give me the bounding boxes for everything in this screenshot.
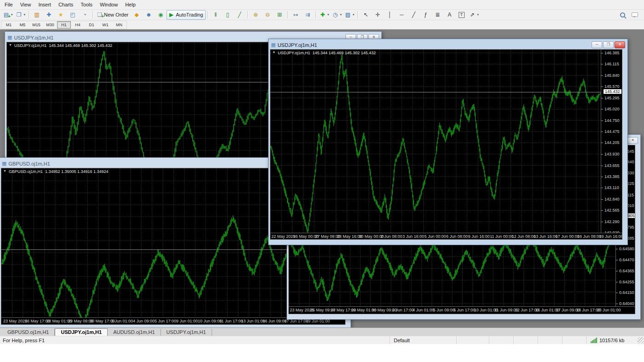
text-tool-button[interactable]: A (443, 10, 455, 20)
time-axis: 23 May 202526 May 09:0027 May 17:0029 Ma… (289, 306, 635, 314)
periods-button[interactable]: ◷▾ (330, 10, 343, 20)
profiles-button[interactable]: ❐▾ (14, 10, 27, 20)
auto-scroll-button[interactable]: ↦ (290, 10, 302, 20)
symbol-dropdown-icon[interactable]: ▼ (3, 169, 6, 174)
price-axis-label: 0.64040 (616, 301, 635, 306)
toolbar-separator (316, 11, 316, 18)
menu-window[interactable]: Window (96, 0, 121, 9)
time-axis-label: 20 Jun 01:00 (597, 308, 621, 312)
timeframe-h1[interactable]: H1 (57, 21, 71, 29)
horizontal-line-tool-button[interactable]: ─ (396, 10, 408, 20)
new-order-button[interactable]: ❏+New Order (95, 10, 131, 20)
time-axis-label: 6 Jun 17:00 (454, 308, 475, 312)
close-button[interactable]: ✕ (615, 41, 625, 48)
indicators-button[interactable]: ✚▾ (318, 10, 331, 20)
timeframe-h4[interactable]: H4 (71, 21, 85, 29)
timeframe-w1[interactable]: W1 (98, 21, 112, 29)
vertical-line-tool-button[interactable]: │ (384, 10, 396, 20)
candlestick-chart-button[interactable]: ▯ (222, 10, 234, 20)
current-price-box: 145.432 (603, 89, 622, 94)
chart-tab-1[interactable]: USDJPY.oj1m,H1 (55, 328, 108, 336)
timeframe-mn[interactable]: MN (112, 21, 126, 29)
time-axis-label: 26 May 00:00 (293, 234, 319, 239)
timeframe-m1[interactable]: M1 (2, 21, 16, 29)
navigator-icon: ★ (58, 11, 64, 18)
dropdown-arrow-icon[interactable]: ▾ (477, 13, 479, 17)
close-button[interactable]: ✕ (627, 137, 638, 144)
window-title: USDJPY.oj1m,H1 (277, 42, 317, 48)
price-axis-label: 144.475 (601, 129, 622, 134)
timeframe-m30[interactable]: M30 (43, 21, 57, 29)
line-chart-button[interactable]: ╱ (234, 10, 246, 20)
market-button[interactable]: ☻ (143, 10, 155, 20)
chat-icon[interactable] (632, 12, 638, 17)
cursor-tool-button[interactable]: ↖ (360, 10, 372, 20)
navigator-button[interactable]: ★ (55, 10, 67, 20)
chart-header-symbol: USDJPY.oj1m,H1 (278, 51, 310, 55)
autotrading-button-label: AutoTrading (176, 12, 204, 17)
bar-chart-button[interactable]: ‖ (210, 10, 222, 20)
autotrading-button[interactable]: ▶AutoTrading (167, 10, 206, 20)
channel-tool-button[interactable]: ≣ (431, 10, 443, 20)
search-icon[interactable] (620, 12, 625, 17)
resize-grip[interactable] (638, 337, 644, 344)
dropdown-arrow-icon[interactable]: ▾ (340, 13, 342, 17)
timeframe-d1[interactable]: D1 (85, 21, 98, 29)
dropdown-arrow-icon[interactable]: ▾ (353, 13, 355, 17)
text-label-tool-button[interactable]: T (455, 10, 467, 20)
window-titlebar[interactable]: ▦ USDJPY.oj1m,H1 ─ ❐ ✕ (270, 40, 626, 49)
menu-charts[interactable]: Charts (55, 0, 77, 9)
chart-shift-button[interactable]: ⇉ (302, 10, 314, 20)
fibonacci-tool-button[interactable]: ƒ (420, 10, 431, 20)
strategy-tester-button[interactable]: ◔ (79, 10, 91, 20)
menu-view[interactable]: View (17, 0, 35, 9)
menu-insert[interactable]: Insert (34, 0, 55, 9)
market-watch-button[interactable]: ▥ (31, 10, 43, 20)
zoom-in-icon: ⊕ (252, 11, 259, 18)
terminal-icon: ◰ (69, 11, 76, 18)
community-button[interactable]: ◉ (155, 10, 167, 20)
chart-window-usdjpy-active[interactable]: ▦ USDJPY.oj1m,H1 ─ ❐ ✕ ▼ USDJPY.oj1m,H1 … (268, 39, 628, 245)
crosshair-tool-button[interactable]: ✛ (372, 10, 384, 20)
arrows-tool-button[interactable]: ⇗▾ (467, 10, 480, 20)
restore-button[interactable]: ❐ (603, 41, 614, 48)
periods-icon: ◷ (332, 11, 339, 18)
menu-help[interactable]: Help (121, 0, 139, 9)
time-axis-label: 5 Jun 17:00 (155, 319, 176, 323)
status-profile[interactable]: Default (390, 336, 456, 344)
data-window-button[interactable]: ✚ (43, 10, 55, 20)
symbol-dropdown-icon[interactable]: ▼ (9, 43, 12, 48)
chart-tab-2[interactable]: AUDUSD.oj1m,H1 (108, 329, 161, 336)
templates-button[interactable]: ▨▾ (343, 10, 356, 20)
dropdown-arrow-icon[interactable]: ▾ (24, 13, 26, 17)
time-axis-label: 18 Jun 08:00 (577, 234, 601, 239)
time-axis-label: 3 Jun 16:00 (402, 234, 424, 239)
minimize-button[interactable]: ─ (592, 41, 602, 48)
new-chart-button[interactable]: ▤+▾ (1, 10, 14, 20)
chart-header-symbol: USDJPY.oj1m,H1 (14, 43, 46, 48)
zoom-in-button[interactable]: ⊕ (250, 10, 262, 20)
zoom-out-button[interactable]: ⊖ (262, 10, 274, 20)
chart-tab-3[interactable]: USDJPY.oj1m,H1 (161, 329, 212, 336)
toolbar-separator (29, 11, 29, 18)
status-panel (538, 336, 562, 344)
terminal-button[interactable]: ◰ (67, 10, 79, 20)
chart-tab-0[interactable]: GBPUSD.oj1m,H1 (2, 329, 55, 336)
dropdown-arrow-icon[interactable]: ▾ (11, 13, 13, 17)
time-axis-label: 4 Jun 01:00 (413, 308, 434, 312)
timeframe-m15[interactable]: M15 (29, 21, 43, 29)
time-axis-label: 2 Jun 08:00 (381, 234, 402, 239)
price-axis-label: 0.64365 (616, 269, 635, 273)
time-axis: 22 May 202526 May 00:0027 May 08:0028 Ma… (270, 233, 622, 239)
metaeditor-button[interactable]: ◆ (131, 10, 143, 20)
chart-area[interactable]: ▼ USDJPY.oj1m,H1 145.344 145.469 145.302… (270, 49, 622, 240)
symbol-dropdown-icon[interactable]: ▼ (272, 51, 276, 55)
tile-windows-button[interactable]: ⊞ (274, 10, 286, 20)
menu-tools[interactable]: Tools (77, 0, 96, 9)
toolbar-separator (357, 11, 358, 18)
chart-header: ▼ USDJPY.oj1m,H1 145.344 145.469 145.302… (9, 43, 112, 48)
timeframe-m5[interactable]: M5 (16, 21, 29, 29)
trendline-tool-button[interactable]: ╱ (408, 10, 420, 20)
menu-file[interactable]: File (1, 0, 17, 9)
dropdown-arrow-icon[interactable]: ▾ (328, 13, 329, 17)
